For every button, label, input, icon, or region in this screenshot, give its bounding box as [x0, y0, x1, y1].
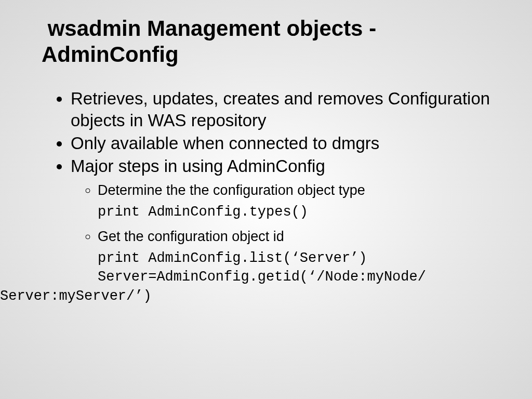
sub-bullet-list: Determine the the configuration object t… [71, 181, 490, 306]
slide-title: wsadmin Management objects - AdminConfig [42, 16, 490, 68]
bullet-item-1: Retrieves, updates, creates and removes … [71, 88, 490, 131]
code-block-1: print AdminConfig.types() [98, 203, 490, 221]
code-block-2: print AdminConfig.list(‘Server’) Server=… [98, 249, 490, 305]
title-line-1: wsadmin Management objects - [42, 16, 376, 41]
bullet-list: Retrieves, updates, creates and removes … [42, 88, 490, 306]
sub-item-1-text: Determine the the configuration object t… [98, 182, 365, 198]
bullet-item-2: Only available when connected to dmgrs [71, 132, 490, 154]
title-line-2: AdminConfig [42, 42, 179, 66]
code-line-2b: Server=AdminConfig.getid(‘/Node:myNode/ [98, 269, 426, 285]
code-line-2c: Server:myServer/’) [0, 287, 490, 305]
code-line-2a: print AdminConfig.list(‘Server’) [98, 250, 367, 266]
bullet-item-3-text: Major steps in using AdminConfig [71, 156, 325, 176]
slide-container: wsadmin Management objects - AdminConfig… [0, 0, 532, 399]
sub-item-2-text: Get the configuration object id [98, 229, 284, 244]
sub-item-1: Determine the the configuration object t… [98, 181, 490, 222]
sub-item-2: Get the configuration object id print Ad… [98, 227, 490, 306]
bullet-item-3: Major steps in using AdminConfig Determi… [71, 155, 490, 305]
